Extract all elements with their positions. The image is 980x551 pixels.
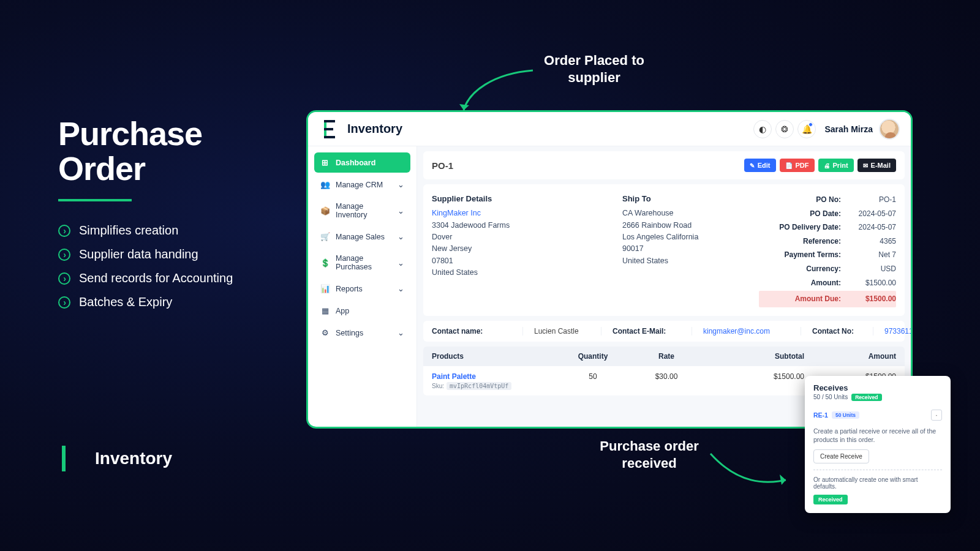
printer-icon: 🖨 xyxy=(824,162,830,169)
pdf-button[interactable]: 📄PDF xyxy=(780,159,815,172)
promo-title: Purchase Order xyxy=(58,116,285,186)
po-meta: PO No:PO-1 PO Date:2024-05-07 PO Deliver… xyxy=(759,193,896,307)
email-button[interactable]: ✉E-Mail xyxy=(858,159,896,172)
sidebar-item-settings[interactable]: ⚙ Settings ⌄ xyxy=(314,323,410,343)
notifications-button[interactable]: 🔔 xyxy=(797,120,816,138)
ship-to: Ship To CA Warehouse 2666 Rainbow Road L… xyxy=(622,193,760,307)
chevron-right-icon xyxy=(58,272,70,285)
eco-button[interactable]: ❂ xyxy=(775,120,794,138)
gear-icon: ⚙ xyxy=(320,328,330,337)
receives-popup: Receives 50 / 50 Units Received RE-1 50 … xyxy=(805,376,951,513)
receives-units: 50 / 50 Units Received xyxy=(813,394,942,401)
grid-icon: ▦ xyxy=(320,306,330,315)
user-name: Sarah Mirza xyxy=(824,124,873,134)
arrow-icon xyxy=(707,451,793,496)
sidebar-item-label: Reports xyxy=(336,285,363,293)
chevron-right-icon xyxy=(58,296,70,309)
moon-icon: ◐ xyxy=(759,124,766,134)
units-badge: 50 Units xyxy=(832,411,859,419)
appbar: Inventory ◐ ❂ 🔔 Sarah Mirza xyxy=(308,112,911,146)
expand-button[interactable]: · xyxy=(931,410,942,421)
brand-logo: Inventory xyxy=(58,446,172,471)
chevron-down-icon: ⌄ xyxy=(398,180,404,189)
sidebar-item-reports[interactable]: 📊 Reports ⌄ xyxy=(314,279,410,299)
contact-bar: Contact name: Lucien Castle Contact E-Ma… xyxy=(423,321,905,342)
sidebar-item-label: App xyxy=(336,307,349,315)
chevron-right-icon xyxy=(58,249,70,261)
box-icon: 📦 xyxy=(320,206,330,216)
brand-name: Inventory xyxy=(95,449,172,468)
status-badge: Received xyxy=(851,394,881,401)
callout-top: Order Placed to supplier xyxy=(533,52,655,86)
sidebar-item-dashboard[interactable]: ⊞ Dashboard xyxy=(314,152,410,173)
pencil-icon: ✎ xyxy=(750,162,755,169)
file-icon: 📄 xyxy=(785,162,793,169)
supplier-name-link[interactable]: KingMaker Inc xyxy=(432,208,622,219)
logo-icon xyxy=(322,120,340,138)
po-topbar: PO-1 ✎Edit 📄PDF 🖨Print ✉E-Mail xyxy=(423,151,905,179)
promo-bullet: Supplier data handing xyxy=(58,247,285,261)
divider xyxy=(813,470,942,470)
theme-toggle[interactable]: ◐ xyxy=(753,120,772,138)
chevron-down-icon: ⌄ xyxy=(398,258,404,268)
sidebar-item-label: Dashboard xyxy=(336,159,375,167)
chevron-right-icon xyxy=(58,225,70,237)
sidebar: ⊞ Dashboard 👥 Manage CRM ⌄ 📦 Manage Inve… xyxy=(308,146,417,427)
sidebar-item-inventory[interactable]: 📦 Manage Inventory ⌄ xyxy=(314,197,410,225)
sidebar-item-app[interactable]: ▦ App xyxy=(314,301,410,321)
sidebar-item-label: Manage Purchases xyxy=(336,254,391,271)
amount-due: Amount Due:$1500.00 xyxy=(759,291,896,307)
cart-icon: 🛒 xyxy=(320,232,330,241)
receives-title: Receives xyxy=(813,383,942,392)
contact-phone-link[interactable]: 9733611963 xyxy=(884,327,911,335)
sidebar-item-label: Manage Inventory xyxy=(336,202,391,219)
promo-bullet: Simplifies creation xyxy=(58,223,285,238)
sidebar-item-sales[interactable]: 🛒 Manage Sales ⌄ xyxy=(314,227,410,247)
promo-bullets: Simplifies creation Supplier data handin… xyxy=(58,223,285,309)
edit-button[interactable]: ✎Edit xyxy=(744,159,776,172)
contact-email-link[interactable]: kingmaker@inc.com xyxy=(703,327,770,335)
sidebar-item-purchases[interactable]: 💲 Manage Purchases ⌄ xyxy=(314,249,410,277)
chart-icon: 📊 xyxy=(320,284,330,293)
receives-auto-hint: Or automatically create one with smart d… xyxy=(813,476,942,490)
sidebar-item-label: Manage CRM xyxy=(336,181,383,189)
chevron-down-icon: ⌄ xyxy=(398,328,404,337)
chevron-down-icon: ⌄ xyxy=(398,232,404,241)
sidebar-item-crm[interactable]: 👥 Manage CRM ⌄ xyxy=(314,174,410,195)
promo-underline xyxy=(58,199,132,201)
received-button[interactable]: Received xyxy=(813,495,848,504)
dashboard-icon: ⊞ xyxy=(320,158,330,167)
promo-bullet: Send records for Accounting xyxy=(58,271,285,285)
po-details-card: Supplier Details KingMaker Inc 3304 Jade… xyxy=(423,184,905,316)
chevron-down-icon: ⌄ xyxy=(398,284,404,293)
receive-id-link[interactable]: RE-1 xyxy=(813,411,828,419)
sidebar-item-label: Settings xyxy=(336,329,363,337)
receives-hint: Create a partial receive or receive all … xyxy=(813,427,942,444)
po-title: PO-1 xyxy=(432,160,453,171)
promo-bullet: Batches & Expiry xyxy=(58,295,285,309)
leaf-icon: ❂ xyxy=(781,124,788,134)
callout-bottom: Purchase order received xyxy=(588,438,710,471)
mail-icon: ✉ xyxy=(863,162,868,169)
app-brand: Inventory xyxy=(322,120,402,138)
product-link[interactable]: Paint Palette xyxy=(432,372,559,381)
logo-icon xyxy=(58,446,84,471)
dollar-icon: 💲 xyxy=(320,258,330,268)
avatar xyxy=(879,119,900,140)
sidebar-item-label: Manage Sales xyxy=(336,233,385,241)
people-icon: 👥 xyxy=(320,180,330,189)
create-receive-button[interactable]: Create Receive xyxy=(813,449,869,463)
supplier-details: Supplier Details KingMaker Inc 3304 Jade… xyxy=(432,193,622,307)
app-title: Inventory xyxy=(347,122,402,136)
notification-dot xyxy=(809,122,813,127)
print-button[interactable]: 🖨Print xyxy=(818,159,854,172)
chevron-down-icon: ⌄ xyxy=(398,206,404,216)
user-menu[interactable]: Sarah Mirza xyxy=(824,119,900,140)
